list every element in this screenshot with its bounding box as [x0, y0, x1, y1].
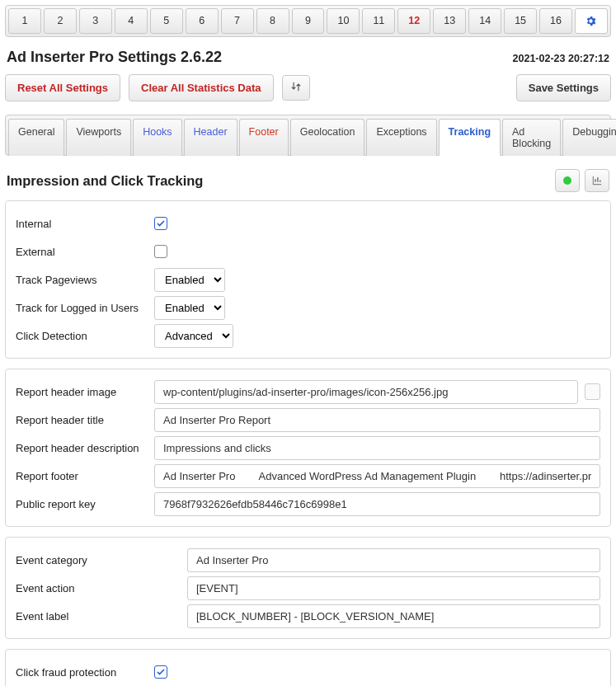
- sub-tab-viewports[interactable]: Viewports: [66, 119, 131, 156]
- click-detection-select[interactable]: Advanced: [154, 324, 233, 348]
- track-logged-in-select[interactable]: Enabled: [154, 296, 225, 320]
- sub-tab-header[interactable]: Header: [184, 119, 237, 156]
- page-title: Ad Inserter Pro Settings 2.6.22: [7, 49, 222, 66]
- track-pageviews-label: Track Pageviews: [16, 274, 146, 286]
- fraud-panel: Click fraud protection Global visitor li…: [5, 649, 611, 686]
- settings-tab[interactable]: [575, 8, 608, 34]
- statistics-button[interactable]: [585, 169, 609, 192]
- block-tab-9[interactable]: 9: [292, 8, 325, 34]
- block-tab-7[interactable]: 7: [221, 8, 254, 34]
- sub-tab-ad-blocking[interactable]: Ad Blocking: [502, 119, 561, 156]
- section-header: Impression and Click Tracking: [7, 169, 609, 192]
- sub-tab-tracking[interactable]: Tracking: [439, 119, 501, 156]
- sub-tab-general[interactable]: General: [8, 119, 64, 156]
- block-tab-4[interactable]: 4: [115, 8, 148, 34]
- event-label-label: Event label: [16, 610, 179, 623]
- timestamp: 2021-02-23 20:27:12: [513, 53, 609, 64]
- action-buttons: Reset All Settings Clear All Statistics …: [5, 74, 611, 101]
- sub-tab-footer[interactable]: Footer: [239, 119, 289, 156]
- tracking-panel: Internal External Track Pageviews Enable…: [5, 200, 611, 359]
- event-action-label: Event action: [16, 582, 179, 594]
- report-key-input[interactable]: [154, 492, 600, 516]
- title-row: Ad Inserter Pro Settings 2.6.22 2021-02-…: [7, 49, 609, 66]
- settings-sub-tabs: GeneralViewportsHooksHeaderFooterGeoloca…: [5, 115, 611, 156]
- internal-label: Internal: [16, 218, 146, 230]
- fraud-protection-label: Click fraud protection: [16, 666, 146, 679]
- report-panel: Report header image Report header title …: [5, 369, 611, 527]
- block-tab-10[interactable]: 10: [327, 8, 360, 34]
- block-tab-2[interactable]: 2: [44, 8, 77, 34]
- track-pageviews-select[interactable]: Enabled: [154, 268, 225, 292]
- report-footer-input[interactable]: [154, 464, 600, 488]
- report-image-input[interactable]: [154, 380, 578, 404]
- gear-icon: [585, 15, 597, 27]
- sort-icon: [290, 81, 302, 92]
- report-footer-label: Report footer: [16, 470, 146, 482]
- block-tab-1[interactable]: 1: [8, 8, 41, 34]
- block-tab-8[interactable]: 8: [256, 8, 289, 34]
- report-title-label: Report header title: [16, 414, 146, 426]
- block-tab-11[interactable]: 11: [362, 8, 395, 34]
- event-action-input[interactable]: [187, 576, 600, 600]
- report-image-label: Report header image: [16, 386, 146, 398]
- block-tab-15[interactable]: 15: [504, 8, 537, 34]
- external-label: External: [16, 246, 146, 258]
- block-tab-12[interactable]: 12: [397, 8, 430, 34]
- event-category-label: Event category: [16, 554, 179, 566]
- report-title-input[interactable]: [154, 408, 600, 432]
- tracking-status-button[interactable]: [555, 169, 580, 192]
- block-tab-5[interactable]: 5: [150, 8, 183, 34]
- sub-tab-geolocation[interactable]: Geolocation: [290, 119, 365, 156]
- block-tab-14[interactable]: 14: [468, 8, 501, 34]
- chart-icon: [590, 175, 604, 186]
- clear-stats-button[interactable]: Clear All Statistics Data: [129, 74, 273, 101]
- report-key-label: Public report key: [16, 498, 146, 510]
- section-title: Impression and Click Tracking: [7, 173, 203, 189]
- track-logged-in-label: Track for Logged in Users: [16, 302, 146, 314]
- status-dot-icon: [563, 176, 571, 185]
- block-tab-3[interactable]: 3: [79, 8, 112, 34]
- sub-tab-hooks[interactable]: Hooks: [133, 119, 181, 156]
- block-tabs: 12345678910111213141516: [5, 5, 611, 37]
- reset-all-button[interactable]: Reset All Settings: [5, 74, 120, 101]
- save-settings-button[interactable]: Save Settings: [516, 74, 611, 101]
- report-desc-input[interactable]: [154, 436, 600, 460]
- sub-tab-exceptions[interactable]: Exceptions: [366, 119, 436, 156]
- block-tab-16[interactable]: 16: [539, 8, 572, 34]
- events-panel: Event category Event action Event label: [5, 537, 611, 639]
- report-desc-label: Report header description: [16, 442, 146, 454]
- fraud-protection-checkbox[interactable]: [154, 665, 167, 679]
- internal-checkbox[interactable]: [154, 217, 167, 230]
- reorder-button[interactable]: [282, 75, 310, 101]
- event-category-input[interactable]: [187, 548, 600, 572]
- click-detection-label: Click Detection: [16, 330, 146, 342]
- block-tab-6[interactable]: 6: [186, 8, 219, 34]
- block-tab-13[interactable]: 13: [433, 8, 466, 34]
- event-label-input[interactable]: [187, 604, 600, 628]
- sub-tab-debugging[interactable]: Debugging: [562, 119, 616, 156]
- external-checkbox[interactable]: [154, 245, 167, 258]
- report-image-preview[interactable]: [585, 383, 600, 400]
